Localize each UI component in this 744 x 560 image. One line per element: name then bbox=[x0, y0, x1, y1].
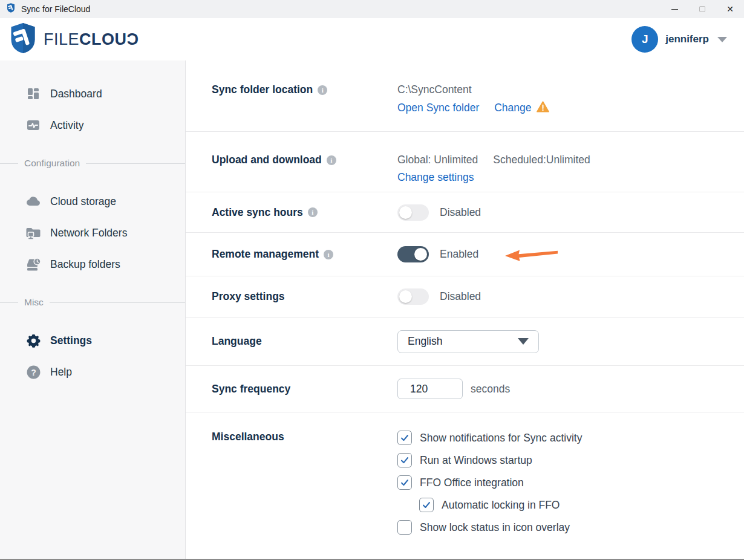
row-remote-management: Remote management i Enabled bbox=[186, 233, 744, 276]
avatar: J bbox=[631, 26, 658, 53]
upload-download-label: Upload and download bbox=[212, 154, 322, 166]
remote-management-state: Enabled bbox=[440, 248, 478, 261]
info-icon[interactable]: i bbox=[324, 250, 333, 259]
language-value: English bbox=[408, 335, 518, 348]
checkbox-show-lock-status[interactable] bbox=[397, 520, 412, 535]
open-sync-folder-link[interactable]: Open Sync folder bbox=[397, 102, 479, 114]
row-active-sync-hours: Active sync hours i Disabled bbox=[186, 192, 744, 233]
sync-frequency-unit: seconds bbox=[471, 383, 510, 396]
active-sync-hours-toggle[interactable] bbox=[397, 204, 429, 221]
row-upload-download: Upload and download i Global: Unlimited … bbox=[186, 132, 744, 192]
option-automatic-locking-ffo: Automatic locking in FFO bbox=[419, 498, 582, 512]
option-ffo-office-integration: FFO Office integration bbox=[397, 475, 582, 490]
sync-frequency-label: Sync frequency bbox=[212, 383, 290, 396]
proxy-settings-label: Proxy settings bbox=[212, 290, 285, 303]
warning-icon bbox=[537, 101, 549, 115]
maximize-icon bbox=[699, 6, 705, 12]
minimize-button[interactable] bbox=[661, 0, 688, 18]
checkbox-run-at-startup[interactable] bbox=[397, 453, 412, 467]
row-sync-frequency: Sync frequency seconds bbox=[186, 366, 744, 412]
settings-panel: Sync folder location i C:\SyncContent Op… bbox=[186, 60, 744, 559]
sidebar-item-help[interactable]: ? Help bbox=[0, 356, 185, 388]
help-icon: ? bbox=[25, 365, 41, 380]
checkbox-ffo-office-integration[interactable] bbox=[397, 475, 412, 490]
cloud-icon bbox=[25, 194, 41, 209]
maximize-button[interactable] bbox=[688, 0, 716, 18]
checkbox-automatic-locking-ffo[interactable] bbox=[419, 498, 434, 512]
sidebar-item-cloud-storage[interactable]: Cloud storage bbox=[0, 186, 185, 217]
change-settings-link[interactable]: Change settings bbox=[397, 171, 590, 184]
language-label: Language bbox=[212, 335, 262, 348]
username: jenniferp bbox=[665, 33, 709, 45]
scheduled-limit-value: Scheduled:Unlimited bbox=[493, 154, 590, 166]
remote-management-label: Remote management bbox=[212, 248, 319, 261]
change-folder-link[interactable]: Change bbox=[494, 102, 531, 114]
info-icon[interactable]: i bbox=[318, 85, 327, 95]
info-icon[interactable]: i bbox=[308, 207, 318, 217]
user-menu[interactable]: J jenniferp bbox=[631, 26, 727, 53]
sidebar-item-dashboard[interactable]: Dashboard bbox=[0, 78, 185, 109]
callout-arrow-icon bbox=[505, 249, 558, 261]
sidebar-item-settings[interactable]: Settings bbox=[0, 325, 185, 356]
remote-management-toggle[interactable] bbox=[397, 246, 429, 262]
sidebar-item-network-folders[interactable]: Network Folders bbox=[0, 217, 185, 249]
filecloud-logo: FILECLOUƆ bbox=[10, 22, 139, 56]
window-title: Sync for FileCloud bbox=[21, 4, 90, 14]
app-window: Sync for FileCloud ✕ FILECLOUƆ J jennife… bbox=[0, 0, 744, 560]
sidebar-section-configuration: Configuration bbox=[0, 141, 185, 186]
backup-folders-icon bbox=[25, 256, 41, 272]
sidebar: Dashboard Activity Configuration Cloud s… bbox=[0, 60, 186, 559]
checkbox-show-notifications[interactable] bbox=[397, 431, 412, 445]
info-icon[interactable]: i bbox=[327, 155, 336, 165]
sidebar-section-misc: Misc bbox=[0, 280, 185, 325]
dashboard-icon bbox=[25, 86, 41, 101]
row-language: Language English bbox=[186, 317, 744, 366]
sync-folder-path: C:\SyncContent bbox=[397, 83, 549, 96]
app-icon bbox=[6, 3, 16, 15]
sync-frequency-input[interactable] bbox=[397, 379, 463, 399]
option-show-notifications: Show notifications for Sync activity bbox=[397, 431, 582, 445]
option-show-lock-status: Show lock status in icon overlay bbox=[397, 520, 582, 535]
row-proxy-settings: Proxy settings Disabled bbox=[186, 276, 744, 317]
header: FILECLOUƆ J jenniferp bbox=[0, 18, 744, 60]
activity-icon bbox=[25, 118, 41, 132]
close-icon: ✕ bbox=[726, 5, 734, 13]
logo-wordmark: FILECLOUƆ bbox=[44, 30, 139, 49]
miscellaneous-label: Miscellaneous bbox=[212, 431, 284, 443]
svg-text:?: ? bbox=[31, 367, 36, 377]
active-sync-hours-state: Disabled bbox=[440, 206, 481, 219]
chevron-down-icon bbox=[717, 37, 727, 42]
active-sync-hours-label: Active sync hours bbox=[212, 206, 303, 219]
language-select[interactable]: English bbox=[397, 330, 539, 353]
filecloud-shield-icon bbox=[10, 22, 36, 56]
global-limit-value: Global: Unlimited bbox=[397, 154, 478, 166]
proxy-settings-state: Disabled bbox=[440, 290, 481, 303]
row-sync-folder-location: Sync folder location i C:\SyncContent Op… bbox=[186, 60, 744, 132]
sync-folder-label: Sync folder location bbox=[212, 83, 313, 96]
minimize-icon bbox=[671, 9, 678, 10]
titlebar: Sync for FileCloud ✕ bbox=[0, 0, 744, 18]
close-button[interactable]: ✕ bbox=[716, 0, 744, 18]
row-miscellaneous: Miscellaneous Show notifications for Syn… bbox=[186, 412, 744, 555]
proxy-settings-toggle[interactable] bbox=[397, 288, 429, 305]
network-folder-icon bbox=[25, 225, 41, 241]
gear-icon bbox=[25, 333, 41, 348]
sidebar-item-backup-folders[interactable]: Backup folders bbox=[0, 249, 185, 280]
option-run-at-startup: Run at Windows startup bbox=[397, 453, 582, 467]
chevron-down-icon bbox=[518, 338, 529, 345]
sidebar-item-activity[interactable]: Activity bbox=[0, 109, 185, 141]
